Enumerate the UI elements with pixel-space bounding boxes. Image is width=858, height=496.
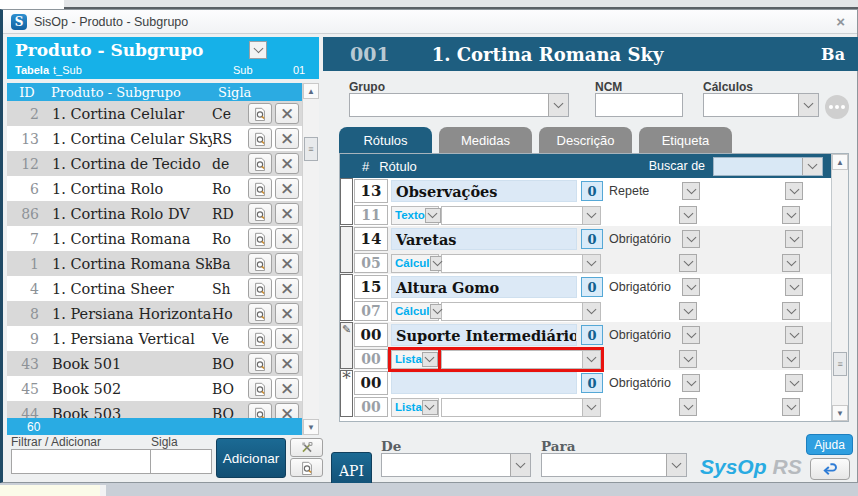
table-row[interactable]: 91. Persiana VerticalVe× <box>7 326 302 351</box>
panel-selector-dropdown[interactable] <box>249 41 267 59</box>
table-row[interactable]: 131. Cortina Celular SkyRS× <box>7 126 302 151</box>
preview-button[interactable] <box>248 378 272 399</box>
flag-dropdown[interactable] <box>682 230 700 248</box>
type-select-highlighted[interactable]: Lista <box>391 350 439 369</box>
tab-descricao[interactable]: Descrição <box>539 127 632 153</box>
count-field[interactable]: 0 <box>581 325 603 345</box>
rotulo-input[interactable]: Suporte Intermediário <box>391 324 577 346</box>
undo-button[interactable] <box>810 458 850 480</box>
table-row[interactable]: 71. Cortina RomanaRo× <box>7 226 302 251</box>
delete-button[interactable]: × <box>275 153 299 174</box>
table-row[interactable]: 21. Cortina CelularCe× <box>7 101 302 126</box>
delete-button[interactable]: × <box>275 278 299 299</box>
rotulo-input[interactable]: Varetas <box>391 228 577 250</box>
calculos-select[interactable] <box>703 93 819 117</box>
grupo-select[interactable] <box>349 93 569 117</box>
delete-button[interactable]: × <box>275 228 299 249</box>
table-row-selected[interactable]: 11. Cortina Romana SkyBa× <box>7 251 302 276</box>
delete-button[interactable]: × <box>275 303 299 324</box>
preview-button[interactable] <box>248 403 272 418</box>
more-options-button[interactable] <box>825 95 849 119</box>
preview-button[interactable] <box>248 353 272 374</box>
type-select[interactable]: Lista <box>391 398 439 417</box>
list-scrollbar[interactable]: ▲ ≡ ▼ <box>831 154 848 421</box>
table-row[interactable]: 61. Cortina RoloRo× <box>7 176 302 201</box>
rotulo-input[interactable]: Altura Gomo <box>391 276 577 298</box>
scroll-up-icon[interactable]: ▲ <box>832 154 848 170</box>
chevron-down-icon[interactable] <box>798 94 818 116</box>
chevron-down-icon[interactable] <box>425 208 441 223</box>
table-row[interactable]: 861. Cortina Rolo DVRD× <box>7 201 302 226</box>
extra-dropdown[interactable] <box>785 182 803 200</box>
chevron-down-icon[interactable] <box>422 400 438 415</box>
scroll-up-icon[interactable]: ▲ <box>303 83 319 99</box>
preview-button[interactable] <box>248 153 272 174</box>
count-field[interactable]: 0 <box>581 277 603 297</box>
chevron-down-icon[interactable] <box>582 303 600 320</box>
chevron-down-icon[interactable] <box>582 207 600 224</box>
table-row[interactable]: 45Book 502BO× <box>7 376 302 401</box>
extra-dropdown[interactable] <box>782 398 800 416</box>
extra-dropdown[interactable] <box>785 278 803 296</box>
count-field[interactable]: 0 <box>581 229 603 249</box>
scrollbar-thumb[interactable]: ≡ <box>304 137 318 161</box>
flag-dropdown[interactable] <box>682 278 700 296</box>
scroll-down-icon[interactable]: ▼ <box>832 405 848 421</box>
flag-dropdown[interactable] <box>679 206 697 224</box>
table-row[interactable]: 43Book 501BO× <box>7 351 302 376</box>
delete-button[interactable]: × <box>275 403 299 418</box>
flag-dropdown[interactable] <box>679 302 697 320</box>
value-select[interactable] <box>441 398 601 417</box>
chevron-down-icon[interactable] <box>582 351 600 368</box>
tools-button[interactable] <box>290 438 323 457</box>
value-select[interactable] <box>441 302 601 321</box>
extra-dropdown[interactable] <box>782 350 800 368</box>
preview-button[interactable] <box>248 103 272 124</box>
value-select[interactable] <box>441 206 601 225</box>
flag-dropdown[interactable] <box>679 254 697 272</box>
de-select[interactable] <box>381 453 531 477</box>
value-select-highlighted[interactable] <box>441 350 601 369</box>
flag-dropdown[interactable] <box>682 182 700 200</box>
preview-button[interactable] <box>248 178 272 199</box>
rotulo-input[interactable] <box>391 372 577 394</box>
scroll-down-icon[interactable]: ▼ <box>303 419 319 435</box>
sigla-input[interactable] <box>150 449 212 474</box>
left-table-scrollbar[interactable]: ▲ ≡ ▼ <box>302 83 319 435</box>
delete-button[interactable]: × <box>275 178 299 199</box>
preview-button[interactable] <box>248 128 272 149</box>
flag-dropdown[interactable] <box>682 374 700 392</box>
table-row[interactable]: 41. Cortina SheerSh× <box>7 276 302 301</box>
adicionar-button[interactable]: Adicionar <box>216 438 286 478</box>
type-select[interactable]: Cálcul <box>391 302 439 321</box>
para-select[interactable] <box>541 453 687 477</box>
flag-dropdown[interactable] <box>679 398 697 416</box>
preview-button[interactable] <box>248 228 272 249</box>
preview-button[interactable] <box>248 253 272 274</box>
count-field[interactable]: 0 <box>581 373 603 393</box>
preview-all-button[interactable] <box>290 458 323 477</box>
preview-button[interactable] <box>248 203 272 224</box>
extra-dropdown[interactable] <box>782 302 800 320</box>
table-row[interactable]: 44Book 503BO× <box>7 401 302 418</box>
chevron-down-icon[interactable] <box>510 454 530 476</box>
type-select[interactable]: Cálcul <box>391 254 439 273</box>
count-field[interactable]: 0 <box>581 181 603 201</box>
tab-etiqueta[interactable]: Etiqueta <box>639 127 732 153</box>
extra-dropdown[interactable] <box>782 206 800 224</box>
ajuda-button[interactable]: Ajuda <box>806 434 853 455</box>
buscar-de-select[interactable] <box>713 157 823 176</box>
type-select[interactable]: Texto <box>391 206 439 225</box>
delete-button[interactable]: × <box>275 128 299 149</box>
value-select[interactable] <box>441 254 601 273</box>
flag-dropdown[interactable] <box>679 350 697 368</box>
ncm-input[interactable] <box>595 93 683 117</box>
close-icon[interactable]: × <box>832 15 849 29</box>
preview-button[interactable] <box>248 328 272 349</box>
delete-button[interactable]: × <box>275 103 299 124</box>
extra-dropdown[interactable] <box>785 230 803 248</box>
chevron-down-icon[interactable] <box>548 94 568 116</box>
chevron-down-icon[interactable] <box>802 158 822 175</box>
tab-medidas[interactable]: Medidas <box>439 127 532 153</box>
preview-button[interactable] <box>248 303 272 324</box>
